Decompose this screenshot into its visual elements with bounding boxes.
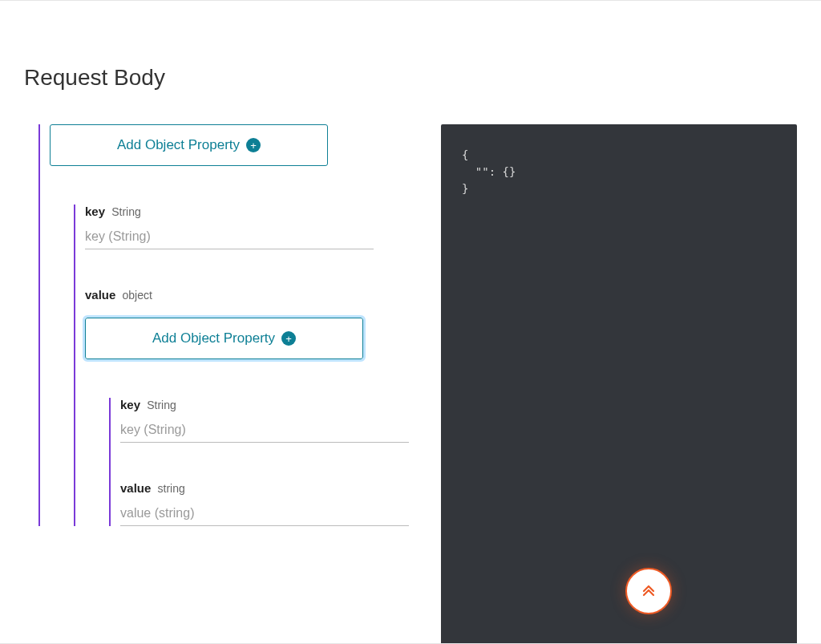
- add-object-property-label: Add Object Property: [117, 137, 240, 153]
- value-label: value: [85, 288, 115, 302]
- plus-icon: +: [246, 138, 261, 152]
- key-field: key String: [85, 205, 433, 249]
- code-preview: { "": {} }: [441, 124, 797, 644]
- chevron-double-up-icon: [639, 581, 658, 601]
- add-object-property-button-nested[interactable]: Add Object Property +: [85, 318, 363, 359]
- value-type: string: [158, 482, 185, 495]
- key-label: key: [85, 205, 105, 218]
- key-input-nested[interactable]: [120, 418, 409, 443]
- key-field-nested: key String: [120, 398, 433, 443]
- key-input[interactable]: [85, 225, 374, 249]
- add-object-property-button[interactable]: Add Object Property +: [50, 124, 328, 166]
- section-title: Request Body: [24, 65, 797, 91]
- plus-icon: +: [281, 331, 296, 346]
- key-type: String: [111, 205, 141, 218]
- key-type: String: [147, 399, 176, 411]
- value-field-nested: value string: [120, 481, 433, 526]
- add-object-property-label: Add Object Property: [152, 330, 275, 346]
- value-input-nested[interactable]: [120, 501, 409, 526]
- request-form: Add Object Property + key String: [24, 124, 433, 526]
- value-field: value object Add Object Property +: [85, 288, 433, 526]
- value-type: object: [123, 289, 152, 302]
- key-label: key: [120, 398, 140, 411]
- value-label: value: [120, 481, 151, 495]
- scroll-to-top-button[interactable]: [625, 568, 672, 614]
